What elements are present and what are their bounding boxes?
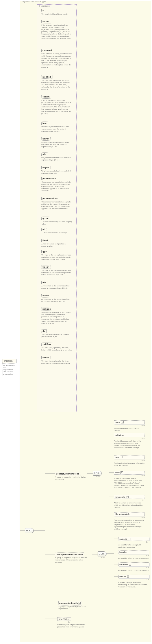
leaf-related[interactable]: related+ 0..∞ A related concept, where t…: [118, 574, 149, 588]
attr-xml-lang: xml:langSpecifies the language of this p…: [41, 307, 73, 325]
attr-desc: If set to true the corresponding propert…: [41, 99, 72, 115]
attr-pubconstrainturi: pubconstrainturiOne or many constraints …: [41, 197, 73, 210]
attr-desc: If the attribute is empty, specifies whi…: [41, 53, 72, 68]
attr-name: creatoruri: [41, 48, 53, 52]
attr-qcode: qcodeA qualified code assigned as a prop…: [41, 216, 73, 225]
attr-creatoruri: creatoruriIf the attribute is empty, spe…: [41, 48, 73, 68]
attr-name: creator: [41, 20, 51, 24]
sequence-node-rel: [98, 552, 106, 556]
attr-name: role: [41, 281, 48, 284]
attr-desc: The date (and, optionally, the time) whe…: [41, 79, 72, 90]
attr-desc: A free-text value assigned as a property…: [41, 243, 72, 247]
attr-name: qcode: [41, 216, 50, 220]
leaf-sameas[interactable]: sameAs+ 0..∞ An identifier of a concept …: [118, 537, 149, 548]
group-concept-relationships-desc: A group of properties required to indica…: [55, 557, 88, 563]
attr-modified: modifiedThe date (and, optionally, the t…: [41, 75, 73, 90]
attr-desc: Why the metadata has been included - exp…: [41, 157, 72, 161]
attr-desc: The date (and, optionally, the time) bef…: [41, 347, 72, 351]
any-other-desc: Extension point for provider-defined pro…: [57, 624, 90, 628]
attr-name: pubconstraint: [41, 177, 57, 180]
attributes-label: ⊟attributes: [39, 5, 50, 7]
root-affiliation[interactable]: affiliation An affiliation of the organi…: [2, 359, 16, 376]
attr-name: how: [41, 122, 48, 125]
sequence-node-def: [93, 471, 102, 476]
attr-desc: Indicates by which means the value was e…: [41, 141, 72, 148]
group-concept-definition-desc: A group of properties required to define…: [55, 476, 86, 480]
any-other-box: any ##other: [57, 617, 71, 621]
type-label: OrganisationAffiliationType: [22, 0, 46, 3]
attr-desc: The type of the concept assigned as a co…: [41, 270, 72, 276]
attr-desc: A qualified code assigned as a property …: [41, 221, 72, 225]
attr-desc: A refinement of the semantics of the pro…: [41, 298, 72, 302]
attr-why: whyWhy the metadata has been included - …: [41, 152, 73, 161]
attr-name: whyuri: [41, 166, 50, 169]
attr-name: type: [41, 250, 48, 253]
root-label: affiliation: [2, 359, 16, 363]
attr-name: roleuri: [41, 294, 50, 298]
attr-dir: dirThe directionality of textual content…: [41, 329, 73, 338]
leaf-remoteinfo[interactable]: remoteInfo+ 0..∞ A link to an item or a …: [114, 495, 145, 508]
attr-desc: If the property value is not defined, sp…: [41, 24, 72, 40]
leaf-broader[interactable]: broader+ 0..∞ An identifier of a more ge…: [118, 550, 149, 559]
group-organisation-details[interactable]: organisationDetails +: [58, 601, 82, 606]
attr-desc: A refinement of the semantics of the pro…: [41, 285, 72, 289]
attr-uri: uriA URI which identifies a concept.: [41, 228, 73, 234]
attr-desc: The directionality of textual content (e…: [41, 334, 72, 338]
attr-howuri: howuriIndicates by which means the value…: [41, 137, 73, 148]
attr-desc: The type of the concept assigned as a co…: [41, 254, 72, 260]
attr-literal: literalA free-text value assigned as a p…: [41, 239, 73, 247]
attr-type: typeThe type of the concept assigned as …: [41, 250, 73, 260]
attr-desc: Why the metadata has been included - exp…: [41, 170, 72, 174]
attr-name: why: [41, 152, 48, 156]
attr-desc: A URI which identifies a concept.: [41, 232, 72, 234]
leaf-hierarchyinfo[interactable]: hierarchyInfo+ 0..∞ Represents the posit…: [114, 512, 145, 530]
attr-custom: customIf set to true the corresponding p…: [41, 95, 73, 115]
attr-name: custom: [41, 95, 51, 98]
attr-desc: One or many constraints that apply to pu…: [41, 201, 72, 210]
leaf-facet[interactable]: facet+ 0..∞ In NAR 1.8 and later, facet …: [114, 471, 145, 489]
leaf-note[interactable]: note+ 0..∞ Additional natural language i…: [114, 455, 145, 466]
group-concept-relationships[interactable]: ConceptRelationshipsGroup: [55, 552, 84, 557]
attr-how: howIndicates by which means the value wa…: [41, 122, 73, 132]
group-organisation-details-desc: A group of properties specific to an org…: [58, 606, 91, 610]
attr-creator: creatorIf the property value is not defi…: [41, 20, 73, 40]
attr-name: typeuri: [41, 265, 51, 269]
attr-roleuri: roleuriA refinement of the semantics of …: [41, 294, 73, 302]
attr-name: pubconstrainturi: [41, 197, 60, 200]
attr-name: dir: [41, 329, 47, 333]
attr-desc: The date (and, optionally, the time) aft…: [41, 360, 72, 364]
leaf-definition[interactable]: definition+ 0..∞ A natural language defi…: [114, 433, 145, 449]
leaf-narrower[interactable]: narrower+ 0..∞ An identifier of a more s…: [118, 562, 149, 572]
attr-name: id: [41, 9, 46, 12]
attr-desc: One or many constraints that apply to pu…: [41, 181, 72, 192]
root-desc: An affiliation of the organisation with …: [2, 363, 16, 376]
attr-name: literal: [41, 239, 49, 242]
group-concept-definition[interactable]: ConceptDefinitionGroup: [55, 472, 80, 476]
attr-name: xml:lang: [41, 307, 52, 311]
attr-name: modified: [41, 75, 52, 79]
attr-validto: validtoThe date (and, optionally, the ti…: [41, 356, 73, 364]
attr-name: howuri: [41, 137, 51, 140]
attr-name: validfrom: [41, 342, 53, 346]
attr-name: uri: [41, 228, 47, 231]
attr-desc: The local identifier of the property.: [41, 13, 72, 15]
leaf-name[interactable]: name+ 0..∞ A natural language name for t…: [114, 420, 145, 432]
attr-desc: Indicates by which means the value was e…: [41, 126, 72, 132]
attr-desc: Specifies the language of this property …: [41, 312, 72, 325]
attr-role: roleA refinement of the semantics of the…: [41, 281, 73, 289]
attr-typeuri: typeuriThe type of the concept assigned …: [41, 265, 73, 276]
attr-name: validto: [41, 356, 50, 359]
attr-id: idThe local identifier of the property.: [41, 9, 73, 15]
attr-whyuri: whyuriWhy the metadata has been included…: [41, 166, 73, 174]
attr-pubconstraint: pubconstraintOne or many constraints tha…: [41, 177, 73, 192]
sequence-node-main: [25, 528, 34, 533]
attr-validfrom: validfromThe date (and, optionally, the …: [41, 342, 73, 351]
